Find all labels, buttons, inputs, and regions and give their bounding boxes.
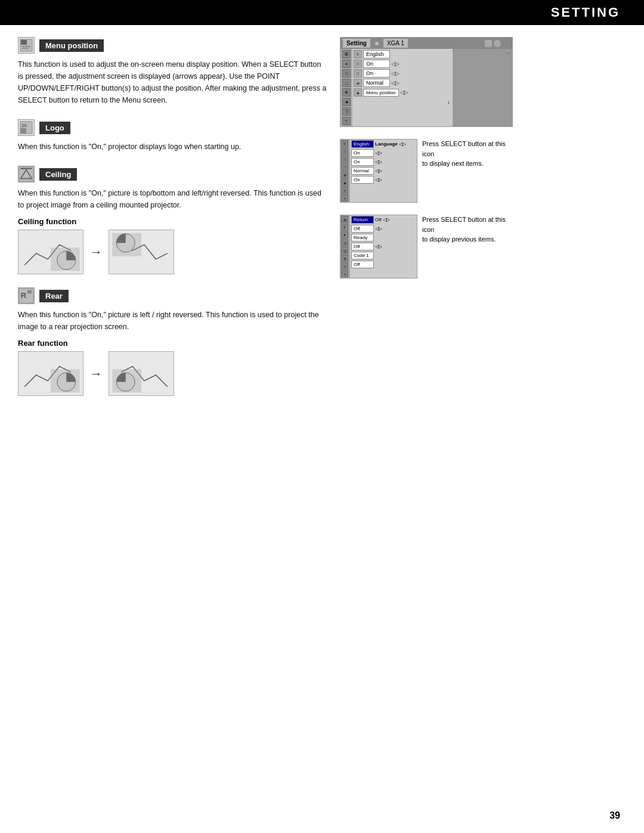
- screenshot2-note: Press SELECT button at this icon to disp…: [422, 139, 512, 169]
- rear-section: R Rear When this function is "On," pictu…: [18, 287, 328, 396]
- arrow-down-indicator: ↓: [354, 99, 451, 105]
- row-icon-normal: ⊗: [354, 79, 362, 87]
- sp-content-2: English Language ◁▷ On ◁▷ On ◁▷: [350, 140, 417, 202]
- rear-before-box: [18, 351, 83, 396]
- screenshot3-note: Press SELECT button at this icon to disp…: [422, 215, 512, 244]
- note3-line1: Press SELECT button at this icon: [422, 215, 512, 234]
- sp-left-icons-3: ⊞ ≡ ♦ ⊙ ◎ ⊛ ▽ ▿: [340, 215, 350, 278]
- sp-row-code1: Code 1: [351, 252, 416, 259]
- note2-line1: Press SELECT button at this icon: [422, 139, 512, 159]
- tab-setting: Setting: [343, 39, 370, 48]
- ui-right-area: →: [453, 49, 512, 126]
- menu-position-icon: [18, 37, 35, 54]
- rear-function-title: Rear function: [18, 339, 328, 348]
- sp-val-off2: Off: [351, 243, 374, 250]
- ui-screenshot-3: ⊞ ≡ ♦ ⊙ ◎ ⊛ ▽ ▿ Return Off ◁▷: [340, 215, 417, 278]
- ceiling-icon: [18, 166, 35, 182]
- sidebar-icon-5: ⊗: [342, 88, 351, 97]
- menu-position-title: Menu position: [39, 39, 104, 52]
- rear-after-box: [109, 351, 174, 396]
- sp-row-english: English Language ◁▷: [351, 140, 416, 148]
- ceiling-title: Ceiling: [39, 168, 77, 181]
- sp-row-return: Return Off ◁▷: [351, 216, 416, 224]
- sp-row-normal: Normal ◁▷: [351, 167, 416, 175]
- page-header: SETTING: [0, 0, 644, 25]
- logo-body: When this function is "On," projector di…: [18, 141, 328, 153]
- rear-body: When this function is "On," picture is l…: [18, 309, 328, 333]
- sp-val-off1: Off: [351, 225, 374, 233]
- note3-line2: to display previous items.: [422, 234, 512, 244]
- ceiling-function-title: Ceiling function: [18, 217, 328, 226]
- ui-body-1: ⊞ ≡ □ □ ⊗ ◈ ▽ ▿ ≡ English □ On: [340, 49, 512, 126]
- logo-title: Logo: [39, 122, 70, 134]
- sp-val-ready: Ready: [351, 234, 374, 241]
- menu-position-header: Menu position: [18, 37, 328, 54]
- sp-val-off3: Off: [351, 261, 374, 268]
- page-number: 39: [609, 810, 620, 821]
- sp-val-on2: On: [351, 158, 374, 166]
- sp-val-code1: Code 1: [351, 252, 374, 259]
- menu-position-section: Menu position This function is used to a…: [18, 37, 328, 106]
- rear-title: Rear: [39, 290, 69, 302]
- screenshot3-panel: ⊞ ≡ ♦ ⊙ ◎ ⊛ ▽ ▿ Return Off ◁▷: [340, 215, 531, 278]
- ui-top-bar-1: Setting XGA 1: [340, 38, 512, 49]
- ui-sidebar-1: ⊞ ≡ □ □ ⊗ ◈ ▽ ▿: [340, 49, 352, 126]
- menu-row-on1: □ On ◁▷: [354, 60, 451, 68]
- sp-row-off3: Off: [351, 261, 416, 268]
- sidebar-icon-4: □: [342, 79, 351, 87]
- sp-row-off2: Off ◁▷: [351, 243, 416, 250]
- ui-menu-1: ≡ English □ On ◁▷ □ On ◁▷ ⊗: [352, 49, 453, 126]
- rear-diagram: →: [18, 351, 328, 396]
- svg-rect-6: [20, 128, 26, 134]
- svg-rect-12: [51, 247, 80, 271]
- svg-rect-1: [21, 40, 27, 45]
- sp-left-icons-2: ≡ □ □ □ ⊗ ◈ ▽ ▿: [340, 140, 350, 202]
- ceiling-after-box: [109, 230, 174, 274]
- sp-label-language: Language: [375, 141, 398, 147]
- rear-arrow: →: [89, 366, 103, 382]
- ceiling-diagram: →: [18, 230, 328, 274]
- sp-row-on3: On ◁▷: [351, 176, 416, 184]
- menu-row-normal: ⊗ Normal ◁▷: [354, 79, 451, 87]
- svg-rect-27: [485, 40, 492, 47]
- sp-row-off1: Off ◁▷: [351, 225, 416, 233]
- sp-row-ready: Ready: [351, 234, 416, 241]
- svg-point-28: [494, 40, 501, 47]
- sidebar-icon-8: ▿: [342, 117, 351, 125]
- top-bar-icons: [485, 40, 510, 47]
- menu-position-body: This function is used to adjust the on-s…: [18, 58, 328, 106]
- svg-rect-18: [27, 290, 32, 294]
- row-icon-english: ≡: [354, 50, 362, 58]
- sidebar-icon-6: ◈: [342, 98, 351, 106]
- svg-point-29: [503, 40, 510, 47]
- rear-icon: R: [18, 287, 35, 304]
- right-arrow-indicator: →: [453, 49, 512, 57]
- rear-header: R Rear: [18, 287, 328, 304]
- sidebar-icon-7: ▽: [342, 107, 351, 116]
- svg-rect-15: [112, 233, 141, 256]
- ceiling-header: Ceiling: [18, 166, 328, 182]
- menu-row-english: ≡ English: [354, 50, 451, 58]
- row-val-on2: On: [363, 69, 390, 78]
- sidebar-icon-2: ≡: [342, 60, 351, 68]
- sp-sidebar-2: ≡ □ □ □ ⊗ ◈ ▽ ▿ English Language ◁▷: [340, 140, 417, 202]
- sp-val-return: Return: [351, 216, 374, 224]
- ceiling-body: When this function is "On," picture is t…: [18, 187, 328, 211]
- svg-text:R: R: [21, 291, 27, 300]
- sp-val-english: English: [351, 140, 374, 148]
- row-icon-menupos: ◈: [354, 88, 362, 97]
- screenshot2-panel: ≡ □ □ □ ⊗ ◈ ▽ ▿ English Language ◁▷: [340, 139, 531, 203]
- menu-row-menupos: ◈ Menu position ◁▷: [354, 88, 451, 97]
- menu-row-on2: □ On ◁▷: [354, 69, 451, 78]
- sp-val-on1: On: [351, 149, 374, 157]
- sidebar-icon-3: □: [342, 69, 351, 78]
- sp-val-on3: On: [351, 176, 374, 184]
- svg-rect-24: [112, 369, 141, 392]
- ceiling-arrow: →: [89, 244, 103, 260]
- left-column: Menu position This function is used to a…: [18, 37, 328, 409]
- row-val-english: English: [363, 50, 390, 58]
- svg-point-26: [375, 42, 379, 45]
- svg-text:20: 20: [21, 123, 27, 128]
- row-icon-on1: □: [354, 60, 362, 68]
- row-val-on1: On: [363, 60, 390, 68]
